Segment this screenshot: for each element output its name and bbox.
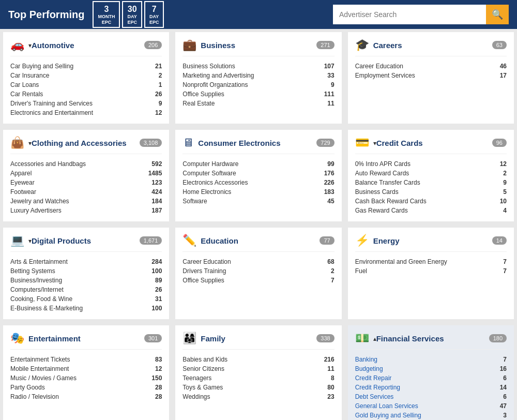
list-item[interactable]: Career Education 68 (183, 257, 334, 266)
subcategory-count: 9 (159, 100, 162, 107)
list-item[interactable]: Driver's Training and Services 9 (10, 99, 162, 108)
subcategory-name: Computer Software (183, 170, 236, 177)
category-header[interactable]: 🖥 Consumer Electronics 729 (183, 136, 334, 154)
list-item[interactable]: Real Estate 11 (183, 99, 334, 108)
list-item[interactable]: Apparel 1485 (10, 169, 162, 178)
list-item[interactable]: Footwear 424 (10, 187, 162, 197)
list-item[interactable]: Senior Citizens 11 (183, 364, 334, 373)
epc-3month-button[interactable]: 3MONTHEPC (93, 1, 120, 28)
list-item[interactable]: Toys & Games 80 (183, 383, 334, 392)
category-header[interactable]: ⚡ Energy 14 (355, 234, 507, 252)
list-item[interactable]: Office Supplies 111 (183, 89, 334, 99)
list-item[interactable]: Computer Software 176 (183, 169, 334, 178)
list-item[interactable]: 0% Intro APR Cards 12 (355, 159, 507, 169)
category-header[interactable]: 👨‍👩‍👧 Family 338 (183, 332, 334, 350)
list-item[interactable]: Cooking, Food & Wine 31 (10, 294, 162, 304)
category-header[interactable]: 🎓 Careers 63 (355, 38, 507, 56)
subcategory-name: Marketing and Advertising (183, 72, 254, 79)
category-icon: 💼 (183, 38, 196, 52)
list-item[interactable]: Home Electronics 183 (183, 187, 334, 197)
search-button[interactable]: 🔍 (486, 5, 509, 24)
category-title: Family (201, 334, 312, 343)
list-item[interactable]: Marketing and Advertising 33 (183, 71, 334, 80)
subcategory-count: 9 (503, 179, 507, 186)
subcategory-count: 7 (503, 267, 507, 275)
list-item[interactable]: Luxury Advertisers 187 (10, 206, 162, 215)
list-item[interactable]: Electronics Accessories 226 (183, 178, 334, 187)
list-item[interactable]: Weddings 23 (183, 392, 334, 401)
list-item[interactable]: Budgeting 16 (355, 364, 507, 373)
list-item[interactable]: Debt Services 6 (355, 392, 507, 401)
list-item[interactable]: Environmental and Green Energy 7 (355, 257, 507, 266)
list-item[interactable]: Car Buying and Selling 21 (10, 62, 162, 71)
epc-7day-button[interactable]: 7DAYEPC (144, 1, 164, 28)
list-item[interactable]: Teenagers 8 (183, 373, 334, 383)
list-item[interactable]: Gas Reward Cards 4 (355, 206, 507, 215)
list-item[interactable]: Electronics and Entertainment 12 (10, 108, 162, 117)
category-header[interactable]: 👜 Clothing and Accessories 3,108 (10, 136, 162, 154)
category-header[interactable]: 💻 Digital Products 1,671 (10, 234, 162, 252)
list-item[interactable]: E-Business & E-Marketing 100 (10, 304, 162, 313)
list-item[interactable]: Car Insurance 2 (10, 71, 162, 80)
list-item[interactable]: Fuel 7 (355, 266, 507, 276)
list-item[interactable]: Gold Buying and Selling 3 (355, 411, 507, 420)
list-item[interactable]: Banking 7 (355, 355, 507, 364)
list-item[interactable]: Car Rentals 26 (10, 89, 162, 99)
list-item[interactable]: Eyewear 123 (10, 178, 162, 187)
list-item[interactable]: Car Loans 1 (10, 80, 162, 89)
category-count: 1,671 (140, 236, 162, 245)
category-header[interactable]: 💵 Financial Services 180 (355, 332, 507, 350)
category-card-education: ✏️ Education 77 Career Education 68 Driv… (175, 228, 341, 319)
subcategory-count: 184 (151, 198, 162, 205)
category-header[interactable]: ✏️ Education 77 (183, 234, 334, 252)
list-item[interactable]: Computer Hardware 99 (183, 159, 334, 169)
list-item[interactable]: Betting Systems 100 (10, 266, 162, 276)
subcategory-name: Babies and Kids (183, 356, 227, 363)
category-header[interactable]: 💼 Business 271 (183, 38, 334, 56)
list-item[interactable]: Accessories and Handbags 592 (10, 159, 162, 169)
list-item[interactable]: Credit Reporting 14 (355, 383, 507, 392)
list-item[interactable]: Party Goods 28 (10, 383, 162, 392)
app-container: Top Performing 3MONTHEPC 30DAYEPC 7DAYEP… (0, 0, 517, 420)
category-card-entertainment: 🎭 Entertainment 301 Entertainment Ticket… (3, 325, 169, 420)
list-item[interactable]: Arts & Entertainment 284 (10, 257, 162, 266)
category-header[interactable]: 🚗 Automotive 206 (10, 38, 162, 56)
list-item[interactable]: Auto Reward Cards 2 (355, 169, 507, 178)
subcategory-count: 47 (500, 402, 507, 410)
subcategory-count: 216 (324, 356, 334, 363)
subcategory-name: Business Solutions (183, 63, 235, 70)
category-title: Education (201, 236, 315, 245)
epc-30day-button[interactable]: 30DAYEPC (122, 1, 142, 28)
search-input[interactable] (333, 5, 486, 24)
list-item[interactable]: Babies and Kids 216 (183, 355, 334, 364)
list-item[interactable]: Business/Investing 89 (10, 276, 162, 285)
list-item[interactable]: Business Solutions 107 (183, 62, 334, 71)
subcategory-name: Luxury Advertisers (10, 207, 62, 214)
list-item[interactable]: Business Cards 5 (355, 187, 507, 197)
list-item[interactable]: Employment Services 17 (355, 71, 507, 80)
list-item[interactable]: Credit Repair 6 (355, 373, 507, 383)
subcategory-count: 3 (503, 412, 507, 419)
list-item[interactable]: Computers/Internet 26 (10, 285, 162, 294)
list-item[interactable]: Drivers Training 2 (183, 266, 334, 276)
list-item[interactable]: Career Education 46 (355, 62, 507, 71)
subcategory-count: 14 (500, 384, 507, 391)
subcategory-count: 284 (151, 258, 162, 265)
subcategory-count: 46 (500, 63, 507, 70)
list-item[interactable]: Radio / Television 28 (10, 392, 162, 401)
subcategory-count: 16 (500, 365, 507, 372)
list-item[interactable]: Nonprofit Organizations 9 (183, 80, 334, 89)
list-item[interactable]: Jewelry and Watches 184 (10, 197, 162, 206)
list-item[interactable]: Music / Movies / Games 150 (10, 373, 162, 383)
list-item[interactable]: Cash Back Reward Cards 10 (355, 197, 507, 206)
list-item[interactable]: Office Supplies 7 (183, 276, 334, 285)
list-item[interactable]: Mobile Entertainment 12 (10, 364, 162, 373)
list-item[interactable]: Entertainment Tickets 83 (10, 355, 162, 364)
list-item[interactable]: Balance Transfer Cards 9 (355, 178, 507, 187)
list-item[interactable]: General Loan Services 47 (355, 401, 507, 411)
subcategory-count: 2 (331, 267, 334, 275)
category-header[interactable]: 💳 Credit Cards 96 (355, 136, 507, 154)
subcategory-name: Career Education (355, 63, 403, 70)
list-item[interactable]: Software 45 (183, 197, 334, 206)
category-header[interactable]: 🎭 Entertainment 301 (10, 332, 162, 350)
